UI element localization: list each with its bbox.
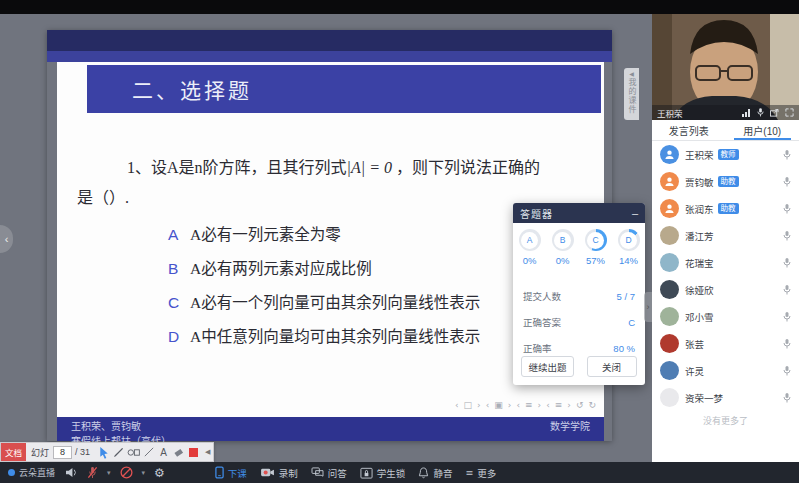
option-text: A必有两列元素对应成比例: [190, 256, 372, 278]
user-row[interactable]: 贾钧敏 助教: [652, 168, 799, 195]
chevron-right-icon[interactable]: ›: [644, 292, 652, 322]
presenter-nav-icon[interactable]: ‹: [455, 400, 459, 410]
progress-ring: D: [618, 229, 640, 251]
progress-ring: A: [519, 229, 541, 251]
presenter-nav-icon[interactable]: □: [464, 400, 473, 410]
chevron-left-icon: ◀: [629, 70, 634, 77]
progress-ring: B: [552, 229, 574, 251]
option-text: A中任意列向量均可由其余列向量线性表示: [190, 324, 480, 346]
option-text: A必有一列元素全为零: [190, 222, 341, 244]
mic-status-icon[interactable]: [783, 177, 791, 187]
user-row[interactable]: 徐娅欣: [652, 276, 799, 303]
poll-choice: C 57%: [579, 229, 612, 266]
chevron-left-icon[interactable]: ‹: [0, 225, 13, 253]
collapse-toolbar-icon[interactable]: ◀: [205, 448, 210, 456]
user-name: 张芸: [685, 337, 704, 351]
poll-header[interactable]: 答题器 –: [513, 203, 645, 223]
mic-icon[interactable]: [757, 108, 764, 117]
stat-label: 正确率: [523, 341, 552, 355]
color-swatch[interactable]: [186, 444, 201, 460]
pen-tool[interactable]: [111, 444, 126, 460]
qa-icon: [311, 467, 324, 478]
end-class-button[interactable]: 下课: [215, 466, 247, 480]
page-number-input[interactable]: [53, 446, 72, 459]
user-row[interactable]: 邓小雪: [652, 303, 799, 330]
mic-status-icon[interactable]: [783, 231, 791, 241]
presenter-nav-icon[interactable]: ≡: [525, 400, 533, 410]
mic-status-icon[interactable]: [783, 366, 791, 376]
document-button[interactable]: 文档: [1, 443, 26, 461]
tab-users[interactable]: 用户(10): [726, 120, 799, 140]
presenter-nav-icon[interactable]: ≡: [555, 400, 563, 410]
mic-status-icon[interactable]: [783, 150, 791, 160]
choice-letter: D: [620, 232, 637, 249]
window-titlebar: [0, 0, 799, 14]
live-status-icon: [8, 469, 15, 476]
presenter-nav-icon[interactable]: ↻: [588, 400, 596, 410]
mic-status-icon[interactable]: [783, 285, 791, 295]
gear-icon[interactable]: ⚙: [154, 467, 165, 479]
continue-question-button[interactable]: 继续出题: [521, 356, 573, 377]
user-row[interactable]: 王积荣 教师: [652, 141, 799, 168]
user-row[interactable]: 许灵: [652, 357, 799, 384]
tab-speaker-list[interactable]: 发言列表: [652, 120, 726, 140]
option-letter: D: [168, 328, 190, 346]
poll-choice: D 14%: [612, 229, 645, 266]
slide-footer: 王积荣、贾钧敏 数学学院 寒假线上帮扶（高代）: [57, 417, 604, 441]
stat-label: 正确答案: [523, 315, 561, 329]
presenter-nav-controls: ‹□›‹▣›‹≡›‹≡›↺↻: [455, 400, 596, 410]
user-row[interactable]: 资荣一梦: [652, 384, 799, 411]
mic-status-icon[interactable]: [783, 258, 791, 268]
qa-button[interactable]: 问答: [311, 466, 347, 480]
highlighter-tool[interactable]: [171, 444, 186, 460]
close-poll-button[interactable]: 关闭: [587, 356, 637, 377]
mute-all-button[interactable]: 静音: [418, 466, 452, 480]
video-control-strip: 王积荣: [652, 105, 799, 120]
presenter-nav-icon[interactable]: ‹: [546, 400, 550, 410]
more-button[interactable]: ≡ 更多: [465, 466, 496, 480]
user-row[interactable]: 张芸: [652, 330, 799, 357]
presenter-nav-icon[interactable]: ›: [508, 400, 512, 410]
shapes-tool[interactable]: [126, 444, 141, 460]
presenter-nav-icon[interactable]: ‹: [516, 400, 520, 410]
user-row[interactable]: 花瑞宝: [652, 249, 799, 276]
presenter-nav-icon[interactable]: ▣: [494, 400, 503, 410]
record-icon: [260, 467, 275, 478]
presenter-nav-icon[interactable]: ›: [477, 400, 481, 410]
mic-status-icon[interactable]: [783, 393, 791, 403]
fullscreen-icon[interactable]: [785, 108, 794, 117]
footer-department: 数学学院: [550, 418, 590, 433]
speaker-icon[interactable]: [65, 467, 78, 478]
mic-status-icon[interactable]: [783, 204, 791, 214]
line-tool[interactable]: [141, 444, 156, 460]
end-class-icon: [215, 466, 224, 479]
footer-authors: 王积荣、贾钧敏: [71, 418, 141, 433]
user-row[interactable]: 张润东 助教: [652, 195, 799, 222]
student-lock-button[interactable]: 学生锁: [360, 466, 406, 480]
teacher-webcam[interactable]: 王积荣: [652, 14, 799, 120]
avatar: [660, 361, 679, 380]
popout-icon[interactable]: [770, 109, 779, 117]
presenter-nav-icon[interactable]: ‹: [486, 400, 490, 410]
camera-muted-icon[interactable]: [120, 466, 133, 479]
mic-status-icon[interactable]: [783, 339, 791, 349]
choice-percent: 0%: [556, 255, 570, 266]
bell-icon: [418, 467, 429, 479]
mic-caret-icon[interactable]: ▾: [107, 469, 111, 477]
text-tool[interactable]: A: [156, 444, 171, 460]
stat-value: C: [628, 317, 635, 328]
cursor-tool[interactable]: [96, 444, 111, 460]
my-courseware-tab[interactable]: ◀ 我的课件: [624, 68, 639, 120]
presenter-nav-icon[interactable]: ↺: [576, 400, 584, 410]
camera-caret-icon[interactable]: ▾: [142, 469, 146, 477]
minimize-icon[interactable]: –: [632, 208, 638, 218]
presenter-nav-icon[interactable]: ›: [538, 400, 542, 410]
role-badge: 教师: [718, 149, 739, 160]
mic-status-icon[interactable]: [783, 312, 791, 322]
presenter-nav-icon[interactable]: ›: [567, 400, 571, 410]
mic-muted-icon[interactable]: [87, 466, 98, 479]
slide-header-strip-2: [47, 51, 612, 62]
user-row[interactable]: 潘江芳: [652, 222, 799, 249]
poll-choice: A 0%: [513, 229, 546, 266]
record-button[interactable]: 录制: [260, 466, 298, 480]
